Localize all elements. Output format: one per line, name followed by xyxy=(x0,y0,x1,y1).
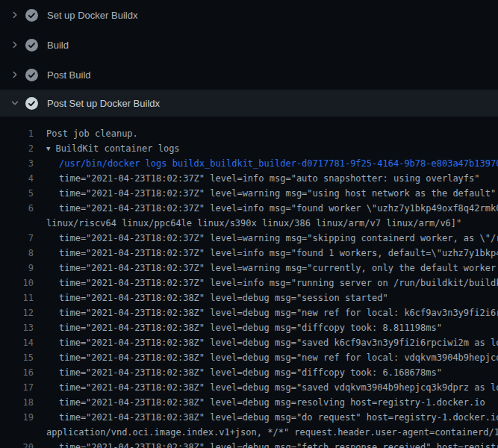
log-line: 11time="2021-04-23T18:02:38Z" level=debu… xyxy=(0,290,498,305)
log-line: 3/usr/bin/docker logs buildx_buildkit_bu… xyxy=(0,156,498,171)
log-group-title: BuildKit container logs xyxy=(55,143,179,154)
line-number[interactable]: 1 xyxy=(0,126,34,141)
line-number[interactable]: 20 xyxy=(0,440,34,448)
log-line-text: time="2021-04-23T18:02:38Z" level=debug … xyxy=(46,395,485,410)
triangle-down-icon: ▼ xyxy=(46,141,50,156)
step-header-post-set-up-docker-buildx[interactable]: Post Set up Docker Buildx xyxy=(0,90,498,116)
log-group-header[interactable]: ▼BuildKit container logs xyxy=(46,141,180,156)
log-line-text: time="2021-04-23T18:02:38Z" level=debug … xyxy=(46,350,498,365)
line-number[interactable]: 10 xyxy=(0,276,34,290)
actions-log-viewer: Set up Docker BuildxBuildPost BuildPost … xyxy=(0,0,498,448)
line-number xyxy=(0,216,34,231)
line-number[interactable]: 4 xyxy=(0,171,34,186)
log-line-wrap-text: linux/riscv64 linux/ppc64le linux/s390x … xyxy=(46,216,461,231)
log-line: 18time="2021-04-23T18:02:38Z" level=debu… xyxy=(0,395,498,410)
log-line-text: time="2021-04-23T18:02:38Z" level=debug … xyxy=(46,380,498,395)
log-line: 13time="2021-04-23T18:02:38Z" level=debu… xyxy=(0,320,498,335)
line-number[interactable]: 14 xyxy=(0,335,34,350)
check-circle-icon xyxy=(25,69,38,81)
step-header-build[interactable]: Build xyxy=(0,30,498,60)
log-line-text: time="2021-04-23T18:02:37Z" level=warnin… xyxy=(46,186,496,201)
step-label: Post Build xyxy=(47,69,91,81)
log-line-text: time="2021-04-23T18:02:37Z" level=info m… xyxy=(46,171,480,186)
line-number[interactable]: 11 xyxy=(0,290,34,305)
log-line: 10time="2021-04-23T18:02:37Z" level=info… xyxy=(0,276,498,290)
log-line: 16time="2021-04-23T18:02:38Z" level=debu… xyxy=(0,365,498,380)
log-line-text: time="2021-04-23T18:02:38Z" level=debug … xyxy=(46,365,442,380)
step-label: Set up Docker Buildx xyxy=(47,10,137,21)
line-number[interactable]: 12 xyxy=(0,305,34,320)
log-command-text: /usr/bin/docker logs buildx_buildkit_bui… xyxy=(46,156,498,171)
log-line: 4time="2021-04-23T18:02:37Z" level=info … xyxy=(0,171,498,186)
line-number[interactable]: 18 xyxy=(0,395,34,410)
log-line-text: time="2021-04-23T18:02:37Z" level=info m… xyxy=(46,276,498,290)
check-circle-icon xyxy=(25,97,38,110)
log-line-text: time="2021-04-23T18:02:37Z" level=warnin… xyxy=(46,231,498,246)
step-label: Build xyxy=(47,40,69,51)
log-line-text: Post job cleanup. xyxy=(46,126,138,141)
log-panel: 1Post job cleanup.2▼BuildKit container l… xyxy=(0,116,498,448)
log-line: 7time="2021-04-23T18:02:37Z" level=warni… xyxy=(0,231,498,246)
log-line: 15time="2021-04-23T18:02:38Z" level=debu… xyxy=(0,350,498,365)
log-line-text: time="2021-04-23T18:02:37Z" level=warnin… xyxy=(46,261,498,276)
step-header-set-up-docker-buildx[interactable]: Set up Docker Buildx xyxy=(0,0,498,30)
line-number xyxy=(0,425,34,440)
chevron-down-icon[interactable] xyxy=(9,97,21,109)
line-number[interactable]: 8 xyxy=(0,246,34,261)
log-line: 12time="2021-04-23T18:02:38Z" level=debu… xyxy=(0,305,498,320)
step-label: Post Set up Docker Buildx xyxy=(47,98,160,109)
line-number[interactable]: 16 xyxy=(0,365,34,380)
log-line-text: time="2021-04-23T18:02:38Z" level=debug … xyxy=(46,290,388,305)
step-header-post-build[interactable]: Post Build xyxy=(0,60,498,90)
log-line-text: time="2021-04-23T18:02:37Z" level=info m… xyxy=(46,201,498,216)
log-line: 14time="2021-04-23T18:02:38Z" level=debu… xyxy=(0,335,498,350)
log-line: 1Post job cleanup. xyxy=(0,126,498,141)
line-number[interactable]: 7 xyxy=(0,231,34,246)
log-line: linux/riscv64 linux/ppc64le linux/s390x … xyxy=(0,216,498,231)
log-line-text: time="2021-04-23T18:02:38Z" level=debug … xyxy=(46,305,498,320)
line-number[interactable]: 15 xyxy=(0,350,34,365)
check-circle-icon xyxy=(25,39,38,52)
log-line: 17time="2021-04-23T18:02:38Z" level=debu… xyxy=(0,380,498,395)
log-line-text: time="2021-04-23T18:02:38Z" level=debug … xyxy=(46,410,498,425)
line-number[interactable]: 2 xyxy=(0,141,34,156)
log-line: application/vnd.oci.image.index.v1+json,… xyxy=(0,425,498,440)
log-line: 8time="2021-04-23T18:02:37Z" level=info … xyxy=(0,246,498,261)
log-line: 5time="2021-04-23T18:02:37Z" level=warni… xyxy=(0,186,498,201)
log-line-text: time="2021-04-23T18:02:37Z" level=info m… xyxy=(46,246,498,261)
line-number[interactable]: 6 xyxy=(0,201,34,216)
line-number[interactable]: 19 xyxy=(0,410,34,425)
log-line: 19time="2021-04-23T18:02:38Z" level=debu… xyxy=(0,410,498,425)
log-line: 2▼BuildKit container logs xyxy=(0,141,498,156)
log-line-text: time="2021-04-23T18:02:38Z" level=debug … xyxy=(46,440,498,448)
line-number[interactable]: 9 xyxy=(0,261,34,276)
log-line-text: time="2021-04-23T18:02:38Z" level=debug … xyxy=(46,335,498,350)
log-line-wrap-text: application/vnd.oci.image.index.v1+json,… xyxy=(46,425,498,440)
line-number[interactable]: 3 xyxy=(0,156,34,171)
log-line-text: time="2021-04-23T18:02:38Z" level=debug … xyxy=(46,320,442,335)
line-number[interactable]: 13 xyxy=(0,320,34,335)
log-line: 9time="2021-04-23T18:02:37Z" level=warni… xyxy=(0,261,498,276)
line-number[interactable]: 17 xyxy=(0,380,34,395)
log-line: 6time="2021-04-23T18:02:37Z" level=info … xyxy=(0,201,498,216)
log-line: 20time="2021-04-23T18:02:38Z" level=debu… xyxy=(0,440,498,448)
chevron-right-icon[interactable] xyxy=(9,39,21,51)
chevron-right-icon[interactable] xyxy=(9,9,21,21)
job-steps-list: Set up Docker BuildxBuildPost BuildPost … xyxy=(0,0,498,116)
line-number[interactable]: 5 xyxy=(0,186,34,201)
check-circle-icon xyxy=(25,9,38,22)
chevron-right-icon[interactable] xyxy=(9,69,21,81)
